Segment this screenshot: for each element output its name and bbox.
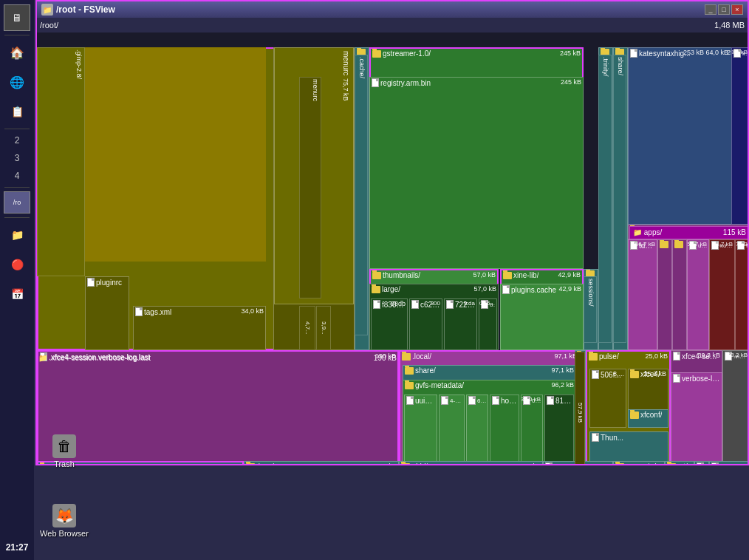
tile-text-gvfs: gvfs-metadata/ — [415, 381, 464, 389]
tile-6955[interactable]: 6955.log — [466, 395, 488, 464]
treemap: .gimp-2.8/399 kB273 kBpluginrctags.xml34… — [37, 33, 748, 464]
folder-icon-large — [372, 286, 380, 293]
tile-thun[interactable]: Thun... — [589, 431, 668, 464]
tile-f722[interactable]: 72204cffcda — [444, 298, 477, 350]
tile-text-4a7b: 4-7a7b — [450, 397, 462, 404]
tile-label-8161b6: 8161b6. — [545, 395, 573, 406]
tile-iC[interactable]: .iC — [694, 461, 709, 464]
tile-text-java: .java/ — [256, 462, 274, 464]
tile-tdeconf[interactable]: tdeconf_update56,7 kB — [628, 239, 657, 350]
tile-plugins[interactable]: plugins.cache42,9 kB — [500, 284, 584, 350]
taskbar-app[interactable]: 📋 — [4, 98, 30, 125]
file-icon-pluginrc — [87, 278, 95, 287]
tile-konqsidebar[interactable]: konqsidebarting45,7 kB — [709, 239, 735, 350]
taskbar-extra-1[interactable]: 📁 — [4, 222, 30, 248]
folder-icon-xfce4_dir — [630, 371, 639, 378]
tile-text-ddd: .ddd/ — [411, 462, 428, 464]
desktop-icon-trash[interactable]: 🗑 Trash — [38, 434, 90, 468]
tile-label-dot1: 1... — [710, 462, 748, 464]
tile-update_log[interactable]: update.log56,7 kB — [687, 239, 709, 350]
tile-verbose2[interactable]: verbose-log 39,3 kB — [671, 372, 722, 464]
taskbar-desk-2[interactable]: 2 — [4, 132, 30, 149]
tile-size-f722: fcda — [464, 300, 475, 307]
window-icon: 📁 — [41, 4, 53, 16]
tile-home4797[interactable]: home-4797c — [490, 395, 519, 464]
tile-text-home4797: home-4797c — [501, 397, 517, 405]
tile-size-xinelib: 42,9 kB — [558, 271, 581, 279]
fsview-content: /root/ 1,48 MB .gimp-2.8/399 kB273 kBplu… — [37, 18, 748, 464]
tile-text-iC: .iC — [705, 464, 707, 465]
tile-text-registry: registry.arm.bin — [380, 79, 431, 87]
maximize-button[interactable]: □ — [718, 4, 730, 15]
desktop-icon-browser[interactable]: 🦊 Web Browser — [38, 504, 90, 538]
folder-icon-qt_dir — [667, 463, 676, 465]
folder-icon-ddd — [401, 463, 410, 465]
apps-header[interactable]: 📁 apps/115 kB — [629, 226, 748, 239]
xfce-session-header: 📁 .xfce4-session.verbose-log.last190 kB — [38, 352, 397, 363]
minimize-button[interactable]: _ — [705, 4, 716, 15]
tile-filemanager[interactable]: filemanagem...45,7 kB — [735, 239, 748, 350]
tile-size-plugins: 42,9 kB — [558, 285, 581, 293]
tile-size-tdeconf: 56,7 kB — [635, 241, 655, 247]
file-icon-bash_history — [545, 462, 553, 464]
tile-label-uuid: uuid-4.CEA-85A — [405, 395, 437, 406]
tile-size-mcop: 22,5 kB — [218, 463, 241, 464]
tile-text-share_local: share/ — [415, 366, 436, 375]
tile-xfconf[interactable]: xfconf/ — [628, 409, 668, 428]
tile-viminfo[interactable]: .viminfo23,2 kB — [722, 350, 748, 464]
tile-tde_slash[interactable]: / — [657, 239, 672, 350]
taskbar-active-fsview[interactable]: /ro — [4, 191, 30, 214]
tile-size-khotkeysrc: 18,0 kB — [731, 49, 748, 55]
file-icon-plugins — [502, 285, 510, 294]
tile-ddd[interactable]: .ddd/19,1 kB — [399, 461, 543, 464]
file-icon-c628 — [411, 300, 419, 309]
kate-size: 253 kB 64,0 kB — [628, 49, 730, 61]
share-vert: share/ — [613, 55, 626, 343]
tile-019log[interactable]: 019.log32,0 kB — [521, 395, 543, 464]
tile-8070[interactable]: 8070....0246... — [479, 298, 497, 350]
tile-log_dir[interactable]: log/ — [672, 239, 687, 350]
taskbar-browser[interactable]: 🌐 — [4, 69, 30, 95]
tile-size-ddd: 19,1 kB — [518, 462, 541, 464]
tile-qt_dir[interactable]: .qt/4,92... — [665, 461, 694, 464]
folder-icon-gstreamer — [372, 50, 381, 58]
taskbar-divider-4 — [4, 217, 30, 218]
tile-text-uuid: uuid-4.CEA-85A — [415, 397, 435, 405]
tile-xfce4session[interactable]: .xfce4-session.verbose-log.last190 kB — [37, 350, 399, 464]
taskbar-home[interactable]: 🏠 — [4, 39, 30, 66]
tile-size-java: 21,5 kB — [374, 462, 397, 464]
tile-text-8161b6: 8161b6. — [555, 397, 572, 405]
tile-size-viminfo: 23,2 kB — [728, 352, 748, 358]
tile-size-large: 57,0 kB — [473, 285, 496, 293]
tile-4a7b[interactable]: 4-7a7b — [439, 395, 465, 464]
tile-java[interactable]: .java/21,5 kB — [244, 461, 399, 464]
taskbar-clock: 21:27 — [4, 542, 30, 553]
close-button[interactable]: × — [731, 4, 743, 15]
tile-size-xfce4_dir: 25,3 kB — [643, 370, 666, 378]
tile-tags[interactable]: tags.xml34,0 kB — [133, 306, 266, 350]
tile-khotkeysrc[interactable]: khotkeysrc18,0 kB — [731, 47, 748, 225]
tile-text-thun: Thun... — [601, 434, 623, 442]
taskbar-desk-4[interactable]: 4 — [4, 167, 30, 185]
fsview-window: 📁 /root - FSView _ □ × /root/ 1,48 MB .g… — [35, 0, 749, 465]
tile-dot1[interactable]: 1... — [709, 461, 748, 464]
taskbar-logo[interactable]: 🖥 — [4, 4, 30, 31]
window-title: /root - FSView — [56, 4, 702, 15]
tile-f83[interactable]: f8307...98db — [371, 298, 408, 350]
taskbar-extra-2[interactable]: 🔴 — [4, 251, 30, 278]
tile-registry[interactable]: registry.arm.bin245 kB — [369, 77, 584, 269]
tile-katesyntax[interactable]: katesyntaxhig...255 kB — [628, 47, 748, 225]
tile-c628[interactable]: c628d300 — [409, 298, 442, 350]
tile-8161b6[interactable]: 8161b6. — [544, 395, 574, 464]
tile-size-xmms: 8,03 kB — [640, 462, 663, 464]
tile-pluginrc[interactable]: pluginrc — [85, 276, 129, 350]
tile-uuid[interactable]: uuid-4.CEA-85A — [404, 395, 437, 464]
folder-icon-java — [246, 463, 255, 465]
tile-label-gstreamer: gstreamer-1.0/ — [371, 49, 582, 58]
tile-text-pluginrc: pluginrc — [96, 279, 122, 287]
taskbar-extra-3[interactable]: 📅 — [4, 281, 30, 307]
taskbar-desk-3[interactable]: 3 — [4, 149, 30, 167]
tile-pulse506[interactable]: 506f...8,... — [589, 369, 626, 428]
tile-xmms[interactable]: .xmms/8,03 kB — [613, 461, 665, 464]
file-icon-4a7b — [441, 396, 448, 405]
